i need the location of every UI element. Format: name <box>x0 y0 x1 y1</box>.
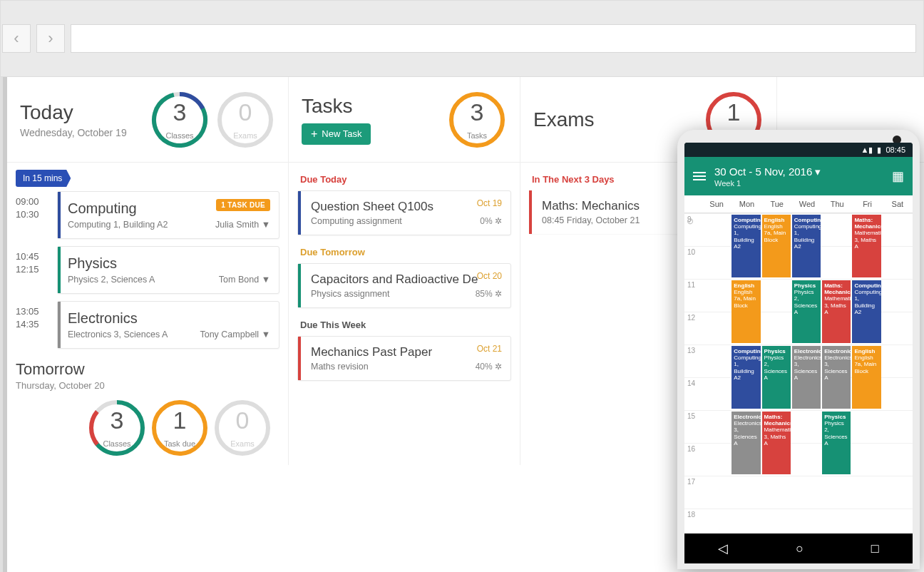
task-stripe <box>298 264 301 307</box>
task-progress: 0% ✲ <box>480 216 502 226</box>
exam-stripe <box>529 190 532 234</box>
android-back-icon[interactable]: ◁ <box>718 541 728 556</box>
calendar-event[interactable]: Physics Physics 2, Sciences A <box>762 346 791 409</box>
calendar-event[interactable]: Computing Computing 1, Building A2 <box>792 215 821 277</box>
mobile-statusbar: ▲▮ ▮ 08:45 <box>684 143 913 157</box>
task-title: Question Sheet Q100s <box>311 200 500 214</box>
day-header: Tue <box>762 195 792 213</box>
task-progress: 40% ✲ <box>476 362 502 372</box>
class-stripe <box>58 302 61 348</box>
calendar-event[interactable]: Physics Physics 2, Sciences A <box>792 280 821 343</box>
today-panel: Today Wednesday, October 19 3 Classes 0 … <box>7 77 289 162</box>
mobile-week-grid[interactable]: 9101112131415161718⊘Computing Computing … <box>684 213 913 548</box>
class-teacher: Tom Bond ▼ <box>219 275 270 285</box>
time-until-badge: In 15 mins <box>16 170 71 187</box>
android-home-icon[interactable]: ○ <box>796 541 804 556</box>
shield-icon: ▼ <box>262 275 270 285</box>
mobile-appbar: 30 Oct - 5 Nov, 2016 ▾ Week 1 ▦ <box>684 157 913 195</box>
class-title: Physics <box>68 255 269 272</box>
hour-label: 15 <box>687 412 695 420</box>
day-header: Mon <box>732 195 761 213</box>
task-due: Oct 20 <box>477 271 502 281</box>
day-header: Fri <box>852 195 882 213</box>
forward-button[interactable]: › <box>36 24 65 53</box>
task-progress: 85% ✲ <box>476 289 502 299</box>
battery-icon: ▮ <box>877 145 881 155</box>
task-due: Oct 21 <box>477 344 502 354</box>
browser-chrome: ‹ › <box>0 0 924 77</box>
calendar-event[interactable]: Computing Computing 1, Building A2 <box>852 280 881 343</box>
calendar-event[interactable]: Electronics Electronics 3, Sciences A <box>822 346 851 409</box>
task-card[interactable]: Oct 19 Question Sheet Q100s Computing as… <box>297 190 511 235</box>
tasks-count-ring: 3 Tasks <box>447 90 507 150</box>
tasks-column: Due Today Oct 19 Question Sheet Q100s Co… <box>289 163 520 465</box>
today-exams-ring: 0 Exams <box>215 90 275 150</box>
task-card[interactable]: Oct 21 Mechanics Past Paper Maths revisi… <box>297 336 511 381</box>
task-sub: Physics assignment <box>311 289 500 299</box>
today-date: Wednesday, October 19 <box>20 127 127 138</box>
hour-label: 10 <box>687 248 695 256</box>
calendar-event[interactable]: English English 7a, Main Block <box>732 280 760 343</box>
task-title: Capacitors and Radioactive De <box>311 272 500 287</box>
class-row: 13:0514:35 Electronics Electronics 3, Sc… <box>16 301 279 349</box>
hour-label: 16 <box>687 445 695 453</box>
task-due-pill: 1 TASK DUE <box>216 199 270 211</box>
tasks-section-label: Due Tomorrow <box>300 247 511 257</box>
mobile-date-range[interactable]: 30 Oct - 5 Nov, 2016 <box>714 165 812 178</box>
class-row: 10:4512:15 Physics Physics 2, Sciences A… <box>16 246 279 294</box>
shield-icon: ▼ <box>262 220 270 230</box>
class-card[interactable]: Physics Physics 2, Sciences A Tom Bond ▼ <box>57 246 279 294</box>
shield-icon: ▼ <box>262 330 270 339</box>
class-title: Electronics <box>68 310 269 327</box>
alarm-off-icon[interactable]: ⊘ <box>687 216 694 226</box>
calendar-event[interactable]: English English 7a, Main Block <box>762 215 791 277</box>
calendar-event[interactable]: Maths: Mechanics Mathematics 3, Maths A <box>822 280 851 343</box>
tomorrow-exams-ring: 0 Exams <box>212 398 272 458</box>
new-task-button[interactable]: +New Task <box>302 123 371 145</box>
android-recent-icon[interactable]: □ <box>871 541 879 556</box>
calendar-event[interactable]: Maths: Mechanics Mathematics 3, Maths A <box>852 215 881 277</box>
plus-icon: + <box>311 128 317 140</box>
day-header: Sun <box>702 195 732 213</box>
class-stripe <box>58 192 61 238</box>
hour-label: 11 <box>687 281 695 289</box>
calendar-event[interactable]: Physics Physics 2, Sciences A <box>822 412 851 474</box>
task-card[interactable]: Oct 20 Capacitors and Radioactive De Phy… <box>297 263 511 308</box>
calendar-event[interactable]: Maths: Mechanics Mathematics 3, Maths A <box>762 412 791 474</box>
task-due: Oct 19 <box>477 198 502 208</box>
calendar-event[interactable]: Computing Computing 1, Building A2 <box>732 215 760 277</box>
hour-label: 14 <box>687 379 695 387</box>
tasks-title: Tasks <box>302 95 371 118</box>
calendar-event[interactable]: Electronics Electronics 3, Sciences A <box>732 412 760 474</box>
task-stripe <box>298 337 301 380</box>
calendar-event[interactable]: Computing Computing 1, Building A2 <box>732 346 760 409</box>
task-sub: Maths revision <box>311 362 500 372</box>
calendar-event[interactable]: Electronics Electronics 3, Sciences A <box>792 346 821 409</box>
calendar-event[interactable]: English English 7a, Main Block <box>852 346 881 409</box>
class-card[interactable]: 1 TASK DUE Computing Computing 1, Buildi… <box>57 191 279 239</box>
hour-label: 13 <box>687 347 695 354</box>
tomorrow-tasks-ring: 1 Task due <box>150 398 210 458</box>
class-teacher: Julia Smith ▼ <box>215 220 270 230</box>
day-header: Sat <box>883 195 913 213</box>
menu-icon[interactable] <box>693 170 706 183</box>
url-bar[interactable] <box>71 24 916 53</box>
exams-title: Exams <box>533 108 595 131</box>
hour-label: 12 <box>687 314 695 322</box>
signal-icon: ▲▮ <box>861 145 873 155</box>
tasks-section-label: Due Today <box>300 174 511 185</box>
task-title: Mechanics Past Paper <box>311 345 500 359</box>
class-card[interactable]: Electronics Electronics 3, Sciences A To… <box>57 301 279 349</box>
mobile-days-header: SunMonTueWedThuFriSat <box>684 195 913 213</box>
task-stripe <box>298 191 301 235</box>
mobile-navbar: ◁ ○ □ <box>684 533 913 563</box>
today-classes-ring: 3 Classes <box>150 90 210 150</box>
back-button[interactable]: ‹ <box>2 24 31 53</box>
class-times: 09:0010:30 <box>16 191 50 239</box>
calendar-icon[interactable]: ▦ <box>892 168 904 184</box>
hour-label: 18 <box>687 511 695 519</box>
day-header: Wed <box>792 195 822 213</box>
day-header: Thu <box>822 195 852 213</box>
tasks-panel: Tasks +New Task 3 Tasks <box>289 77 520 162</box>
task-sub: Computing assignment <box>311 216 500 226</box>
